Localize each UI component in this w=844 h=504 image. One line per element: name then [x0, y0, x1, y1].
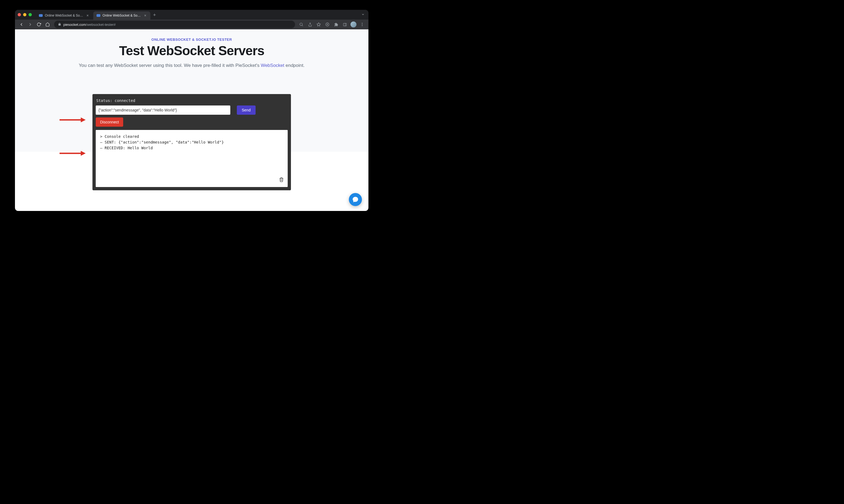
- chevron-down-icon: [361, 12, 365, 17]
- status-value: connected: [114, 98, 135, 103]
- url-bar[interactable]: piesocket.com/websocket-tester#: [54, 21, 295, 28]
- chat-icon: [352, 196, 359, 203]
- tab-title: Online WebSocket & Socket.io: [103, 14, 141, 17]
- page-title: Test WebSocket Servers: [15, 43, 369, 58]
- annotation-arrow-icon: [59, 150, 86, 156]
- console-output: > Console cleared – SENT: {"action":"sen…: [96, 130, 288, 187]
- window-close-button[interactable]: [18, 13, 21, 16]
- subhead-text: endpoint.: [284, 63, 305, 68]
- svg-point-0: [300, 23, 302, 25]
- tab-bar: Online WebSocket & Socket.io × Online We…: [15, 10, 369, 20]
- lock-icon: [58, 22, 61, 26]
- status-label: Status:: [96, 98, 112, 103]
- chat-widget-button[interactable]: [349, 193, 362, 206]
- svg-line-1: [302, 25, 303, 26]
- send-button[interactable]: Send: [237, 106, 256, 115]
- bookmark-icon[interactable]: [315, 21, 322, 28]
- browser-tab-active[interactable]: Online WebSocket & Socket.io ×: [93, 12, 150, 20]
- page-subhead: You can test any WebSocket server using …: [15, 62, 369, 69]
- disconnect-button[interactable]: Disconnect: [96, 118, 123, 127]
- tab-title: Online WebSocket & Socket.io: [45, 14, 84, 17]
- zoom-icon[interactable]: [298, 21, 305, 28]
- browser-window: Online WebSocket & Socket.io × Online We…: [15, 10, 369, 211]
- new-tab-button[interactable]: +: [151, 12, 158, 18]
- svg-point-8: [362, 23, 363, 24]
- share-icon[interactable]: [306, 21, 313, 28]
- side-panel-icon[interactable]: [341, 21, 348, 28]
- tab-favicon-icon: [96, 14, 100, 17]
- tab-favicon-icon: [39, 14, 43, 17]
- reload-button[interactable]: [35, 21, 43, 28]
- avatar-icon: [351, 21, 357, 28]
- home-button[interactable]: [44, 21, 51, 28]
- window-minimize-button[interactable]: [23, 13, 26, 16]
- url-text: piesocket.com/websocket-tester#: [64, 22, 115, 26]
- svg-rect-6: [343, 23, 346, 26]
- svg-point-10: [362, 25, 363, 26]
- svg-marker-12: [81, 118, 86, 122]
- svg-marker-14: [81, 151, 86, 156]
- console-line: – RECEIVED: Hello World: [100, 145, 283, 151]
- websocket-tester-panel: Status: connected Send Disconnect > Cons…: [92, 94, 291, 190]
- address-bar: piesocket.com/websocket-tester#: [15, 20, 369, 29]
- console-line: > Console cleared: [100, 134, 283, 140]
- tab-close-icon[interactable]: ×: [86, 14, 89, 17]
- tab-close-icon[interactable]: ×: [143, 14, 147, 17]
- extensions-icon[interactable]: [333, 21, 340, 28]
- toolbar-right: [298, 21, 366, 28]
- message-input[interactable]: [96, 106, 230, 115]
- back-button[interactable]: [18, 21, 25, 28]
- page-content: ONLINE WEBSOCKET & SOCKET.IO TESTER Test…: [15, 29, 369, 211]
- svg-point-9: [362, 24, 363, 25]
- status-line: Status: connected: [96, 97, 288, 106]
- window-maximize-button[interactable]: [29, 13, 32, 16]
- kebab-menu-icon[interactable]: [359, 21, 366, 28]
- window-controls: [18, 13, 35, 16]
- console-line: – SENT: {"action":"sendmessage", "data":…: [100, 140, 283, 145]
- svg-point-5: [327, 24, 328, 25]
- svg-marker-3: [317, 22, 320, 26]
- forward-button[interactable]: [26, 21, 34, 28]
- tabs-overflow-button[interactable]: [361, 12, 369, 17]
- websocket-link[interactable]: WebSocket: [261, 63, 284, 68]
- page-eyebrow: ONLINE WEBSOCKET & SOCKET.IO TESTER: [15, 37, 369, 41]
- clear-console-button[interactable]: [279, 177, 284, 184]
- annotation-arrow-icon: [59, 117, 86, 123]
- browser-tab[interactable]: Online WebSocket & Socket.io ×: [36, 12, 93, 20]
- subhead-text: You can test any WebSocket server using …: [79, 63, 261, 68]
- profile-avatar[interactable]: [350, 21, 357, 28]
- adblock-icon[interactable]: [324, 21, 331, 28]
- message-input-row: Send: [96, 106, 288, 115]
